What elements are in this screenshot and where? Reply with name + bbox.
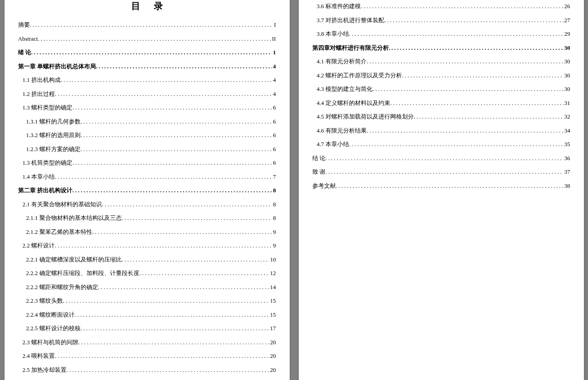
toc-entry: 3.7 对挤出机进行整体装配27 — [312, 16, 570, 26]
toc-entry-page: 34 — [564, 126, 570, 135]
toc-entry-page: 32 — [564, 112, 570, 121]
toc-dots — [72, 158, 272, 167]
toc-entry-label: 2.3 螺杆与机筒的间隙 — [23, 338, 79, 347]
toc-entry-page: 1 — [272, 48, 276, 57]
toc-entry-label: 第一章 单螺杆挤出机总体布局 — [18, 62, 96, 71]
toc-dots — [325, 167, 564, 176]
toc-dots — [81, 117, 272, 126]
toc-entry: 4.4 定义螺杆的材料以及约束31 — [312, 99, 570, 109]
toc-dots — [390, 99, 564, 108]
toc-entry-page: 9 — [272, 228, 276, 237]
toc-dots — [122, 214, 272, 223]
toc-entry-label: Abstract — [18, 34, 38, 43]
toc-entry-label: 致 谢 — [312, 167, 325, 176]
toc-entry: 2.2.5 螺杆设计的校核17 — [18, 324, 276, 334]
toc-entry-page: 8 — [272, 186, 276, 195]
toc-entry-page: 4 — [272, 62, 276, 71]
toc-entry-page: 30 — [564, 71, 570, 80]
toc-dots — [55, 90, 272, 99]
toc-entry-label: 1.3 螺杆类型的确定 — [23, 103, 73, 112]
toc-dots — [92, 228, 272, 237]
toc-entry-label: 2.2.2 确定螺杆压缩段、加料段、计量段长度 — [26, 269, 139, 278]
toc-entry-label: 2.1.2 聚苯乙烯的基本特性 — [26, 228, 92, 237]
toc-dots — [96, 62, 272, 71]
toc-list-left: 摘要IAbstractII绪 论1第一章 单螺杆挤出机总体布局41.1 挤出机构… — [18, 20, 276, 380]
toc-entry-label: 1.1 挤出机构成 — [23, 76, 61, 85]
toc-entry: 3.6 标准件的建模26 — [312, 2, 570, 12]
toc-entry-page: 15 — [269, 310, 276, 319]
toc-entry: 1.3.2 螺杆的选用原则6 — [18, 131, 276, 141]
toc-entry-label: 第四章对螺杆进行有限元分析 — [312, 43, 389, 52]
toc-dots — [325, 154, 564, 163]
toc-entry: 4.1 有限元分析简介30 — [312, 57, 570, 67]
toc-entry: 2.1.2 聚苯乙烯的基本特性9 — [18, 228, 276, 238]
toc-entry-page: 10 — [269, 255, 276, 264]
toc-entry-page: 4 — [272, 76, 276, 85]
toc-entry-label: 1.3 机筒类型的确定 — [23, 158, 73, 167]
toc-entry-page: 35 — [564, 140, 570, 149]
toc-dots — [30, 20, 273, 29]
toc-entry-page: 14 — [269, 283, 276, 292]
toc-entry-page: 36 — [564, 154, 570, 163]
toc-dots — [67, 366, 269, 375]
toc-entry-page: II — [271, 34, 276, 43]
toc-entry-label: 4.4 定义螺杆的材料以及约束 — [317, 99, 391, 108]
toc-entry-page: 6 — [272, 103, 276, 112]
toc-entry-label: 4.7 本章小结 — [317, 140, 349, 149]
toc-entry-label: 1.3.2 螺杆的选用原则 — [26, 131, 81, 140]
toc-entry-page: 29 — [564, 29, 570, 38]
toc-entry-page: 27 — [564, 16, 570, 25]
toc-dots — [122, 255, 269, 264]
toc-entry-label: 2.5 加热冷却装置 — [23, 366, 67, 375]
toc-entry-page: 30 — [564, 85, 570, 94]
toc-entry-page: 37 — [564, 167, 570, 176]
toc-dots — [81, 131, 272, 140]
toc-entry-label: 1.2.3 螺杆方案的确定 — [26, 145, 81, 154]
toc-dots — [367, 57, 564, 66]
toc-dots — [414, 112, 564, 121]
toc-entry-label: 结 论 — [312, 154, 325, 163]
toc-entry: 1.3.1 螺杆的几何参数6 — [18, 117, 276, 127]
toc-entry: 2.2.4 螺纹断面设计15 — [18, 310, 276, 320]
toc-entry: 结 论36 — [312, 154, 570, 164]
toc-entry: 第二章 挤出机构设计8 — [18, 186, 276, 196]
toc-entry: 2.2.1 确定螺槽深度以及螺杆的压缩比10 — [18, 255, 276, 265]
toc-entry-label: 2.1.1 聚合物材料的基本结构以及三态 — [26, 214, 122, 223]
toc-entry-label: 4.3 模型的建立与简化 — [317, 85, 373, 94]
toc-entry: 1.1 挤出机构成4 — [18, 76, 276, 86]
toc-entry-label: 4.2 螺杆的工作原理以及受力分析 — [317, 71, 402, 80]
toc-entry: 2.2.2 螺距和螺纹升角的确定14 — [18, 283, 276, 293]
toc-entry: 1.4 本章小结7 — [18, 172, 276, 182]
toc-entry: 第一章 单螺杆挤出机总体布局4 — [18, 62, 276, 72]
toc-entry-label: 摘要 — [18, 20, 30, 29]
toc-entry-label: 2.2.3 螺纹头数 — [26, 296, 63, 305]
toc-dots — [139, 269, 269, 278]
toc-dots — [367, 126, 564, 135]
toc-entry-label: 2.2.4 螺纹断面设计 — [26, 310, 75, 319]
toc-entry: 2.4 喂料装置20 — [18, 352, 276, 361]
toc-list-right: 3.6 标准件的建模263.7 对挤出机进行整体装配273.8 本章小结29第四… — [312, 2, 570, 191]
toc-entry: 1.3 机筒类型的确定6 — [18, 158, 276, 168]
toc-entry-page: 30 — [564, 57, 570, 66]
toc-entry-label: 3.8 本章小结 — [317, 29, 349, 38]
toc-dots — [336, 181, 564, 190]
toc-entry-page: 20 — [269, 338, 276, 347]
toc-entry: 参考文献38 — [312, 181, 570, 191]
toc-entry: 2.3 螺杆与机筒的间隙20 — [18, 338, 276, 348]
toc-entry-page: I — [273, 20, 276, 29]
toc-entry: 2.2.3 螺纹头数15 — [18, 296, 276, 306]
toc-entry-label: 2.2.5 螺杆设计的校核 — [26, 324, 81, 333]
toc-entry-page: 8 — [272, 214, 276, 223]
toc-entry-label: 1.2 挤出过程 — [23, 90, 55, 99]
toc-dots — [55, 241, 272, 250]
toc-entry-label: 参考文献 — [312, 181, 336, 190]
toc-dots — [61, 76, 272, 85]
toc-entry-label: 第二章 挤出机构设计 — [18, 186, 72, 195]
toc-dots — [102, 200, 272, 209]
toc-dots — [78, 338, 269, 347]
toc-page-left: 目录 摘要IAbstractII绪 论1第一章 单螺杆挤出机总体布局41.1 挤… — [5, 0, 290, 380]
toc-entry-page: 15 — [269, 296, 276, 305]
toc-dots — [63, 296, 269, 305]
toc-dots — [402, 71, 564, 80]
toc-entry-page: 6 — [272, 145, 276, 154]
